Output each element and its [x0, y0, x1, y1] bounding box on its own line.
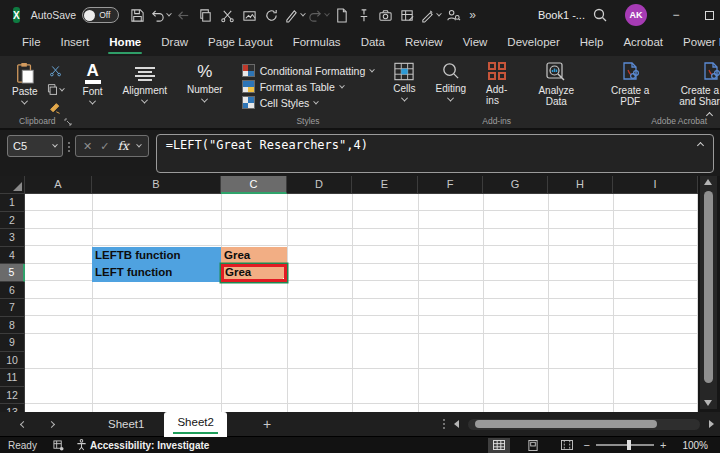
- tab-help[interactable]: Help: [570, 30, 614, 56]
- scroll-up-icon[interactable]: [704, 179, 712, 185]
- save-icon[interactable]: [127, 3, 148, 27]
- person-search-icon[interactable]: [443, 3, 464, 27]
- row-header-10[interactable]: 10: [0, 352, 25, 370]
- editing-button[interactable]: Editing: [431, 60, 472, 104]
- row-header-11[interactable]: 11: [0, 369, 25, 387]
- tab-draw[interactable]: Draw: [151, 30, 198, 56]
- cancel-icon[interactable]: ✕: [83, 140, 92, 153]
- column-header-C[interactable]: C: [221, 176, 287, 194]
- number-button[interactable]: % Number: [182, 60, 228, 105]
- column-header-D[interactable]: D: [287, 176, 352, 194]
- enter-icon[interactable]: ✓: [100, 140, 109, 153]
- tab-page-layout[interactable]: Page Layout: [198, 30, 283, 56]
- row-header-7[interactable]: 7: [0, 299, 25, 317]
- format-painter-icon[interactable]: [283, 3, 306, 27]
- cut-icon[interactable]: [217, 3, 238, 27]
- tab-developer[interactable]: Developer: [497, 30, 569, 56]
- page-layout-view-icon[interactable]: [522, 438, 544, 453]
- copy-icon[interactable]: [195, 3, 216, 27]
- scroll-left-icon[interactable]: [454, 420, 459, 428]
- column-header-A[interactable]: A: [25, 176, 92, 194]
- table-pen-icon[interactable]: [397, 3, 418, 27]
- row-header-5[interactable]: 5: [0, 264, 25, 282]
- ribbon-copy-icon[interactable]: [46, 81, 65, 98]
- row-header-4[interactable]: 4: [0, 247, 25, 265]
- tab-data[interactable]: Data: [351, 30, 395, 56]
- formula-input[interactable]: =LEFT("Great Researchers",4): [156, 134, 714, 173]
- row-header-13[interactable]: 13: [0, 404, 25, 412]
- macro-record-icon[interactable]: [53, 440, 64, 451]
- add-sheet-button[interactable]: +: [263, 416, 271, 432]
- vertical-scroll-thumb[interactable]: [704, 191, 713, 383]
- row-header-1[interactable]: 1: [0, 194, 25, 212]
- vertical-scrollbar[interactable]: [700, 176, 717, 409]
- column-header-E[interactable]: E: [352, 176, 418, 194]
- cell-C4[interactable]: Grea: [221, 247, 287, 265]
- sheet-tab-sheet2-active[interactable]: Sheet2: [164, 412, 226, 437]
- camera-icon[interactable]: [375, 3, 396, 27]
- row-header-2[interactable]: 2: [0, 212, 25, 230]
- maximize-button[interactable]: [693, 0, 720, 30]
- minimize-button[interactable]: −: [659, 0, 693, 30]
- avatar[interactable]: AK: [625, 4, 647, 26]
- pen-icon[interactable]: [419, 3, 442, 27]
- column-header-G[interactable]: G: [483, 176, 548, 194]
- autosave-control[interactable]: AutoSave Off: [31, 7, 120, 23]
- tab-home[interactable]: Home: [99, 30, 151, 56]
- alignment-button[interactable]: Alignment: [118, 60, 172, 106]
- format-as-table-button[interactable]: Format as Table: [242, 80, 375, 93]
- name-box[interactable]: C5: [7, 135, 63, 157]
- format-painter-ribbon-icon[interactable]: [46, 100, 65, 117]
- column-header-I[interactable]: I: [613, 176, 698, 194]
- undo-icon[interactable]: [149, 3, 172, 27]
- cells-button[interactable]: Cells: [388, 60, 420, 104]
- zoom-level[interactable]: 100%: [682, 440, 708, 451]
- column-header-B[interactable]: B: [92, 176, 221, 194]
- cell-C5-active[interactable]: Grea: [221, 264, 287, 282]
- zoom-slider-thumb[interactable]: [627, 440, 631, 450]
- collapse-ribbon-icon[interactable]: [707, 104, 712, 122]
- column-header-F[interactable]: F: [418, 176, 483, 194]
- paste-button[interactable]: Paste: [7, 60, 43, 117]
- cells-area[interactable]: LEFTB function Grea LEFT function Grea: [25, 194, 698, 412]
- normal-view-icon[interactable]: [488, 438, 510, 453]
- splitter-handle[interactable]: [443, 419, 445, 429]
- tab-insert[interactable]: Insert: [51, 30, 100, 56]
- new-file-icon[interactable]: [331, 3, 352, 27]
- row-header-8[interactable]: 8: [0, 317, 25, 335]
- row-header-9[interactable]: 9: [0, 334, 25, 352]
- tab-view[interactable]: View: [453, 30, 498, 56]
- sheet-nav-left-icon[interactable]: [16, 417, 30, 431]
- tab-file[interactable]: File: [12, 30, 51, 56]
- ribbon-cut-icon[interactable]: [46, 62, 65, 79]
- select-all-button[interactable]: [0, 176, 25, 194]
- cell-styles-button[interactable]: Cell Styles: [242, 96, 375, 109]
- horizontal-scrollbar[interactable]: [468, 419, 700, 430]
- zoom-slider[interactable]: [596, 444, 654, 446]
- tab-review[interactable]: Review: [395, 30, 453, 56]
- create-pdf-share-button[interactable]: Create a PDF and Share link: [667, 60, 720, 109]
- collapse-formula-bar-icon[interactable]: [697, 142, 704, 149]
- paste-picture-icon[interactable]: [239, 3, 260, 27]
- sheet-nav-right-icon[interactable]: [44, 417, 58, 431]
- row-header-12[interactable]: 12: [0, 387, 25, 405]
- tab-acrobat[interactable]: Acrobat: [613, 30, 673, 56]
- accessibility-icon[interactable]: [76, 439, 87, 451]
- row-header-6[interactable]: 6: [0, 282, 25, 300]
- cell-B5[interactable]: LEFT function: [92, 264, 221, 282]
- scroll-down-icon[interactable]: [704, 400, 712, 406]
- sheet-tab-sheet1[interactable]: Sheet1: [98, 418, 154, 430]
- zoom-out-button[interactable]: −: [584, 439, 590, 451]
- page-break-view-icon[interactable]: [556, 438, 578, 453]
- clipboard-dialog-launcher-icon[interactable]: [64, 118, 72, 126]
- pin-icon[interactable]: [353, 3, 374, 27]
- fill-handle[interactable]: [283, 278, 287, 282]
- scroll-right-icon[interactable]: [709, 420, 714, 428]
- more-commands[interactable]: »: [469, 8, 476, 22]
- addins-button[interactable]: Add-ins: [481, 60, 512, 108]
- analyze-data-button[interactable]: Analyze Data: [522, 60, 590, 109]
- conditional-formatting-button[interactable]: Conditional Formatting: [242, 64, 375, 77]
- formula-bar-handle[interactable]: [68, 142, 70, 152]
- zoom-in-button[interactable]: +: [660, 439, 666, 451]
- accessibility-status[interactable]: Accessibility: Investigate: [90, 440, 210, 451]
